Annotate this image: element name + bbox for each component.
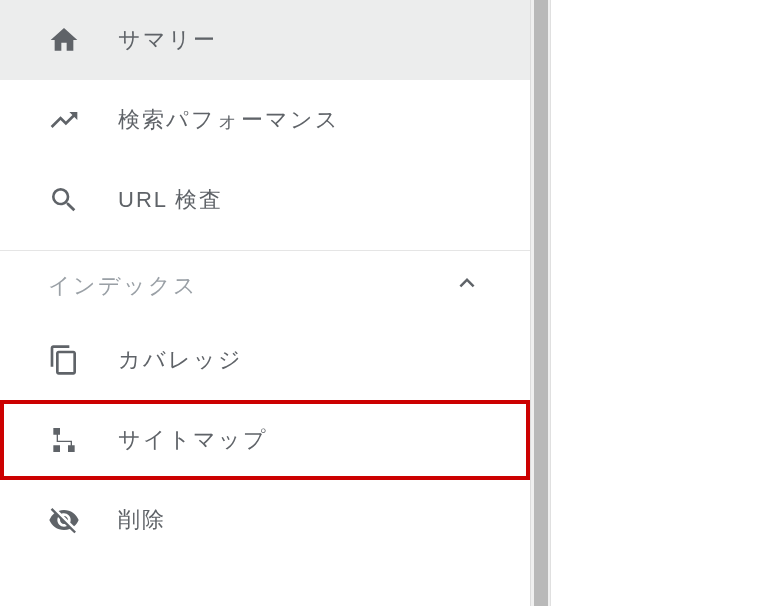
home-icon bbox=[48, 24, 80, 56]
coverage-icon bbox=[48, 344, 80, 376]
chevron-up-icon bbox=[452, 268, 482, 304]
nav-item-performance[interactable]: 検索パフォーマンス bbox=[0, 80, 530, 160]
trending-icon bbox=[48, 104, 80, 136]
scrollbar-thumb[interactable] bbox=[534, 0, 548, 606]
nav-item-url-inspect[interactable]: URL 検査 bbox=[0, 160, 530, 240]
nav-item-coverage[interactable]: カバレッジ bbox=[0, 320, 530, 400]
nav-item-removals[interactable]: 削除 bbox=[0, 480, 530, 560]
sitemap-icon bbox=[48, 424, 80, 456]
nav-label-url-inspect: URL 検査 bbox=[118, 185, 223, 215]
search-icon bbox=[48, 184, 80, 216]
section-header-index[interactable]: インデックス bbox=[0, 250, 530, 320]
main-content bbox=[550, 0, 766, 606]
visibility-off-icon bbox=[48, 504, 80, 536]
nav-label-summary: サマリー bbox=[118, 25, 217, 55]
nav-item-sitemaps[interactable]: サイトマップ bbox=[0, 400, 530, 480]
scrollbar[interactable] bbox=[530, 0, 550, 606]
nav-label-removals: 削除 bbox=[118, 505, 166, 535]
nav-label-performance: 検索パフォーマンス bbox=[118, 105, 340, 135]
sidebar: サマリー 検索パフォーマンス URL 検査 インデックス カバレッジ サイトマッ… bbox=[0, 0, 530, 606]
nav-label-sitemaps: サイトマップ bbox=[118, 425, 268, 455]
nav-item-summary[interactable]: サマリー bbox=[0, 0, 530, 80]
nav-label-coverage: カバレッジ bbox=[118, 345, 243, 375]
section-label-index: インデックス bbox=[48, 271, 198, 301]
